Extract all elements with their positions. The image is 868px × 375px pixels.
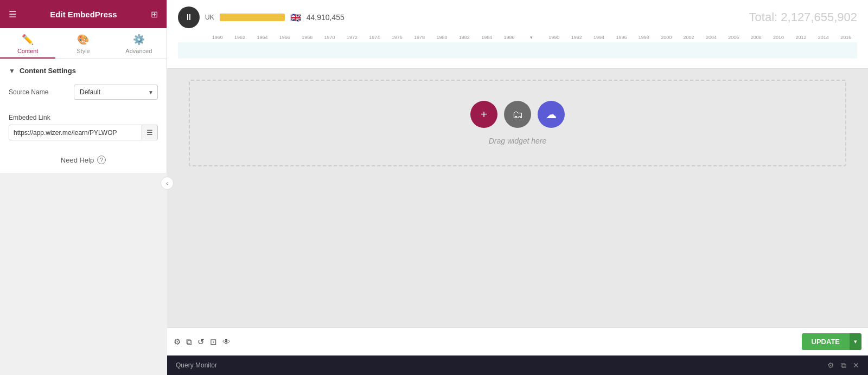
- section-title: Content Settings: [20, 67, 76, 75]
- menu-icon[interactable]: ☰: [9, 9, 16, 20]
- cloud-widget-button[interactable]: ☁: [538, 101, 565, 128]
- tab-advanced-label: Advanced: [125, 48, 152, 54]
- tab-style[interactable]: 🎨 Style: [55, 28, 111, 59]
- timeline-year: 1982: [453, 35, 475, 40]
- add-widget-button[interactable]: +: [470, 101, 497, 128]
- panel-header: ☰ Edit EmbedPress ⊞: [0, 0, 167, 28]
- drag-hint-text: Drag widget here: [489, 137, 547, 145]
- timeline-year: 2008: [745, 35, 767, 40]
- main-content-area: ⏸ UK 🇬🇧 44,910,455 Total: 2,127,655,902 …: [167, 0, 868, 375]
- play-pause-button[interactable]: ⏸: [178, 7, 200, 28]
- flag-emoji: 🇬🇧: [290, 12, 301, 23]
- source-name-select-wrapper: Default Custom ▼: [74, 85, 158, 100]
- qm-window-icon[interactable]: ⧉: [841, 361, 846, 370]
- tab-style-label: Style: [76, 48, 90, 54]
- timeline-year: 2012: [790, 35, 812, 40]
- content-tab-icon: ✏️: [22, 34, 34, 46]
- grid-icon[interactable]: ⊞: [151, 9, 158, 20]
- advanced-tab-icon: ⚙️: [133, 34, 145, 46]
- chart-content-row: [178, 42, 857, 59]
- panel-title: Edit EmbedPress: [50, 10, 117, 19]
- update-button[interactable]: UPDATE: [802, 333, 850, 350]
- timeline-year: 2006: [723, 35, 745, 40]
- timeline-year: 2002: [678, 35, 700, 40]
- update-dropdown-button[interactable]: ▾: [850, 333, 861, 350]
- tab-content[interactable]: ✏️ Content: [0, 28, 55, 59]
- update-button-group: UPDATE ▾: [802, 333, 861, 350]
- timeline-year: 1972: [341, 35, 363, 40]
- timeline-year: 1964: [251, 35, 273, 40]
- source-name-label: Source Name: [9, 88, 74, 96]
- need-help-section[interactable]: Need Help ?: [0, 147, 167, 173]
- section-toggle-icon: ▼: [9, 67, 15, 75]
- timeline-year: 2010: [767, 35, 789, 40]
- widget-action-buttons: + 🗂 ☁: [470, 101, 565, 128]
- timeline-year: 1990: [543, 35, 565, 40]
- timeline-year: 1966: [273, 35, 296, 40]
- timeline-year: 2014: [812, 35, 834, 40]
- timeline-year: 1974: [363, 35, 386, 40]
- timeline-year: 1978: [408, 35, 430, 40]
- widget-drop-zone[interactable]: + 🗂 ☁ Drag widget here: [189, 80, 846, 166]
- country-code: UK: [205, 14, 214, 21]
- bottom-toolbar: ⚙ ⧉ ↺ ⊡ 👁 UPDATE ▾: [167, 327, 868, 355]
- timeline-year: 1986: [498, 35, 520, 40]
- drop-zone-container: + 🗂 ☁ Drag widget here: [167, 69, 868, 177]
- chart-top-row: ⏸ UK 🇬🇧 44,910,455 Total: 2,127,655,902: [178, 7, 857, 28]
- link-options-icon[interactable]: ☰: [142, 125, 157, 140]
- folder-icon: 🗂: [512, 108, 523, 121]
- folder-widget-button[interactable]: 🗂: [504, 101, 531, 128]
- chart-value: 44,910,455: [307, 13, 344, 22]
- need-help-label: Need Help: [61, 156, 94, 164]
- timeline-year: 1968: [296, 35, 318, 40]
- timeline-year: 1976: [386, 35, 408, 40]
- responsive-icon[interactable]: ⊡: [210, 337, 217, 347]
- query-monitor-bar: Query Monitor ⚙ ⧉ ✕: [167, 355, 868, 375]
- style-tab-icon: 🎨: [77, 34, 89, 46]
- embedded-link-group: Embeded Link ☰: [0, 114, 167, 147]
- tab-advanced[interactable]: ⚙️ Advanced: [111, 28, 167, 59]
- history-icon[interactable]: ↺: [197, 337, 205, 347]
- timeline-year: 1994: [588, 35, 610, 40]
- timeline-year: 2004: [700, 35, 722, 40]
- gear-icon[interactable]: ⚙: [174, 337, 181, 347]
- timeline-year: 1992: [565, 35, 588, 40]
- panel-content: ▼ Content Settings Source Name Default C…: [0, 59, 167, 173]
- panel-tabs: ✏️ Content 🎨 Style ⚙️ Advanced: [0, 28, 167, 59]
- timeline-year: 1980: [431, 35, 453, 40]
- eye-icon[interactable]: 👁: [222, 337, 231, 346]
- layers-icon[interactable]: ⧉: [186, 337, 192, 347]
- tab-content-label: Content: [17, 48, 39, 54]
- panel-collapse-button[interactable]: ‹: [161, 177, 174, 190]
- qm-settings-icon[interactable]: ⚙: [827, 361, 834, 370]
- source-name-row: Source Name Default Custom ▼: [9, 85, 158, 100]
- timeline-year: 1984: [476, 35, 498, 40]
- timeline-year: 1960: [206, 35, 228, 40]
- chart-area: ⏸ UK 🇬🇧 44,910,455 Total: 2,127,655,902 …: [167, 0, 868, 69]
- query-monitor-icons: ⚙ ⧉ ✕: [827, 361, 859, 370]
- play-pause-icon: ⏸: [184, 12, 193, 22]
- query-monitor-label: Query Monitor: [176, 361, 827, 369]
- content-settings-header[interactable]: ▼ Content Settings: [0, 59, 167, 80]
- canvas-area: ⏸ UK 🇬🇧 44,910,455 Total: 2,127,655,902 …: [167, 0, 868, 327]
- qm-close-icon[interactable]: ✕: [853, 361, 859, 370]
- embedded-link-label: Embeded Link: [9, 114, 158, 121]
- cloud-icon: ☁: [546, 108, 557, 121]
- timeline-marker: ▾: [520, 35, 542, 40]
- source-name-group: Source Name Default Custom ▼: [0, 80, 167, 114]
- embedded-link-input[interactable]: [9, 126, 142, 140]
- timeline-year: 1970: [318, 35, 341, 40]
- timeline-year: 1996: [610, 35, 633, 40]
- timeline-year: 2016: [835, 35, 857, 40]
- source-name-select[interactable]: Default Custom: [74, 85, 158, 100]
- embedded-link-input-wrapper: ☰: [9, 125, 158, 140]
- add-icon: +: [481, 108, 487, 121]
- timeline-year: 1962: [228, 35, 251, 40]
- progress-bar: [220, 14, 285, 21]
- chart-timeline: 1960 1962 1964 1966 1968 1970 1972 1974 …: [178, 33, 857, 42]
- chart-total: Total: 2,127,655,902: [749, 10, 857, 24]
- timeline-year: 1998: [633, 35, 655, 40]
- help-icon: ?: [97, 156, 106, 164]
- timeline-year: 2000: [655, 35, 678, 40]
